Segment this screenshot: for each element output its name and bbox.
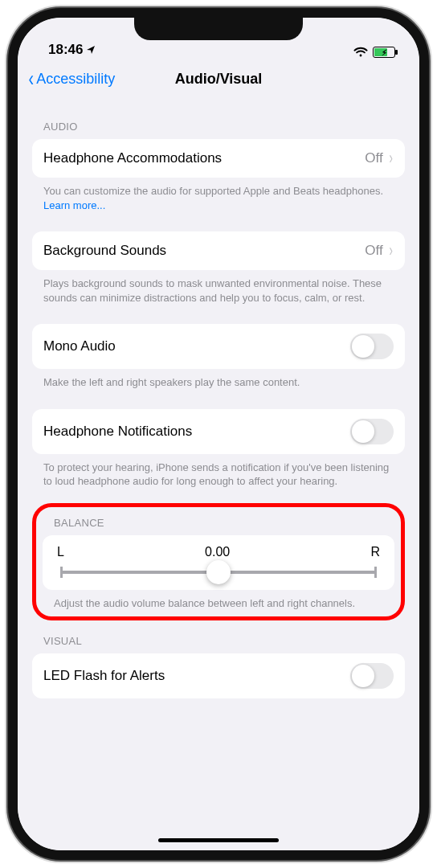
headphone-accommodations-card: Headphone Accommodations Off › (32, 139, 405, 178)
slider-tick-left (60, 567, 63, 578)
headphone-notifications-toggle[interactable] (350, 419, 394, 444)
balance-value: 0.00 (64, 545, 371, 559)
headphone-notifications-card: Headphone Notifications (32, 409, 405, 454)
mono-audio-row: Mono Audio (32, 324, 405, 369)
background-sounds-row[interactable]: Background Sounds Off › (32, 231, 405, 270)
balance-readout: L 0.00 R (57, 545, 380, 559)
chevron-right-icon: › (389, 242, 392, 260)
row-label: Headphone Accommodations (43, 150, 365, 166)
row-label: LED Flash for Alerts (43, 668, 350, 684)
slider-thumb[interactable] (206, 560, 231, 584)
balance-left-label: L (57, 545, 64, 559)
battery-icon: ⚡︎ (373, 47, 395, 58)
mono-audio-card: Mono Audio (32, 324, 405, 369)
wifi-icon (353, 47, 368, 58)
slider-tick-right (374, 567, 377, 578)
balance-footer: Adjust the audio volume balance between … (43, 590, 394, 611)
nav-bar: ‹ Accessibility Audio/Visual (18, 59, 419, 98)
content: AUDIO Headphone Accommodations Off › You… (18, 98, 419, 698)
row-label: Headphone Notifications (43, 424, 350, 440)
home-indicator[interactable] (158, 838, 279, 842)
mono-audio-toggle[interactable] (350, 334, 394, 359)
learn-more-link[interactable]: Learn more... (43, 199, 105, 211)
chevron-right-icon: › (389, 149, 392, 167)
audio-section-header: AUDIO (32, 98, 405, 139)
balance-right-label: R (370, 545, 380, 559)
notch (134, 18, 303, 40)
row-label: Background Sounds (43, 243, 365, 259)
balance-highlight: BALANCE L 0.00 R Adjust the audio volume… (32, 503, 405, 621)
chevron-left-icon: ‹ (28, 68, 34, 90)
location-icon (86, 45, 96, 55)
visual-section-header: VISUAL (32, 620, 405, 653)
led-flash-row: LED Flash for Alerts (32, 653, 405, 698)
background-sounds-footer: Plays background sounds to mask unwanted… (32, 270, 405, 305)
balance-card: L 0.00 R (43, 535, 394, 590)
balance-slider[interactable] (60, 571, 377, 574)
back-label: Accessibility (36, 71, 115, 88)
headphone-accommodations-row[interactable]: Headphone Accommodations Off › (32, 139, 405, 178)
back-button[interactable]: ‹ Accessibility (24, 68, 115, 90)
led-flash-card: LED Flash for Alerts (32, 653, 405, 698)
screen: 18:46 ⚡︎ (18, 18, 419, 850)
mono-audio-footer: Make the left and right speakers play th… (32, 369, 405, 390)
headphone-accommodations-footer: You can customize the audio for supporte… (32, 178, 405, 212)
status-time: 18:46 (48, 42, 83, 58)
row-value: Off (365, 150, 382, 166)
row-label: Mono Audio (43, 338, 350, 354)
row-value: Off (365, 243, 382, 259)
balance-section-header: BALANCE (43, 512, 394, 535)
headphone-notifications-row: Headphone Notifications (32, 409, 405, 454)
led-flash-toggle[interactable] (350, 663, 394, 689)
headphone-notifications-footer: To protect your hearing, iPhone sends a … (32, 454, 405, 489)
page-title: Audio/Visual (175, 71, 263, 88)
background-sounds-card: Background Sounds Off › (32, 231, 405, 270)
phone-frame: 18:46 ⚡︎ (8, 8, 429, 860)
